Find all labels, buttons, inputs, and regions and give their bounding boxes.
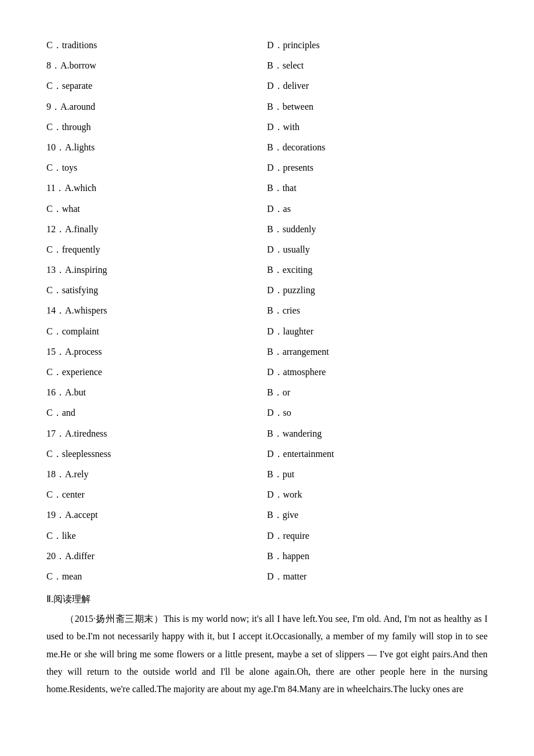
item-15d: D．atmosphere [267,362,488,382]
item-15a: 15．A.process [46,341,267,362]
item-19c: C．like [46,525,267,546]
item-19d: D．require [267,525,488,546]
item-9a: 9．A.around [46,96,267,117]
item-8a: 8．A.borrow [46,55,267,75]
item-18d: D．work [267,484,488,505]
item-14b: B．cries [267,300,488,321]
item-9b: B．between [267,96,488,117]
item-10c: C．toys [46,157,267,178]
item-13a: 13．A.inspiring [46,260,267,280]
item-12b: B．suddenly [267,219,488,239]
item-10b: B．decorations [267,137,488,157]
item-d-principles: D．principles [267,35,488,55]
item-17d: D．entertainment [267,444,488,464]
item-10a: 10．A.lights [46,137,267,157]
item-17c: C．sleeplessness [46,444,267,464]
section2-header: Ⅱ.阅读理解 [46,591,488,608]
item-15c: C．experience [46,362,267,382]
item-12c: C．frequently [46,239,267,260]
item-8c: C．separate [46,75,267,96]
item-19b: B．give [267,505,488,525]
item-17b: B．wandering [267,423,488,444]
item-18b: B．put [267,464,488,484]
item-8b: B．select [267,55,488,75]
reading-passage: （2015·扬州斋三期末）This is my world now; it's … [46,610,488,699]
item-13d: D．puzzling [267,280,488,300]
item-12a: 12．A.finally [46,219,267,239]
item-16b: B．or [267,382,488,402]
item-18c: C．center [46,484,267,505]
item-20b: B．happen [267,546,488,566]
item-13b: B．exciting [267,260,488,280]
item-14d: D．laughter [267,321,488,341]
item-17a: 17．A.tiredness [46,423,267,444]
item-14c: C．complaint [46,321,267,341]
item-11a: 11．A.which [46,178,267,198]
item-20d: D．matter [267,566,488,586]
item-14a: 14．A.whispers [46,300,267,321]
item-12d: D．usually [267,239,488,260]
item-11d: D．as [267,199,488,219]
item-15b: B．arrangement [267,341,488,362]
item-16c: C．and [46,402,267,423]
quiz-grid: C．traditions D．principles 8．A.borrow B．s… [46,35,488,586]
item-10d: D．presents [267,157,488,178]
item-13c: C．satisfying [46,280,267,300]
item-20a: 20．A.differ [46,546,267,566]
item-c-traditions: C．traditions [46,35,267,55]
item-11c: C．what [46,199,267,219]
item-16d: D．so [267,402,488,423]
item-8d: D．deliver [267,75,488,96]
item-11b: B．that [267,178,488,198]
item-20c: C．mean [46,566,267,586]
item-19a: 19．A.accept [46,505,267,525]
item-9c: C．through [46,117,267,137]
item-9d: D．with [267,117,488,137]
reading-section: Ⅱ.阅读理解 （2015·扬州斋三期末）This is my world now… [46,591,488,699]
item-18a: 18．A.rely [46,464,267,484]
item-16a: 16．A.but [46,382,267,402]
